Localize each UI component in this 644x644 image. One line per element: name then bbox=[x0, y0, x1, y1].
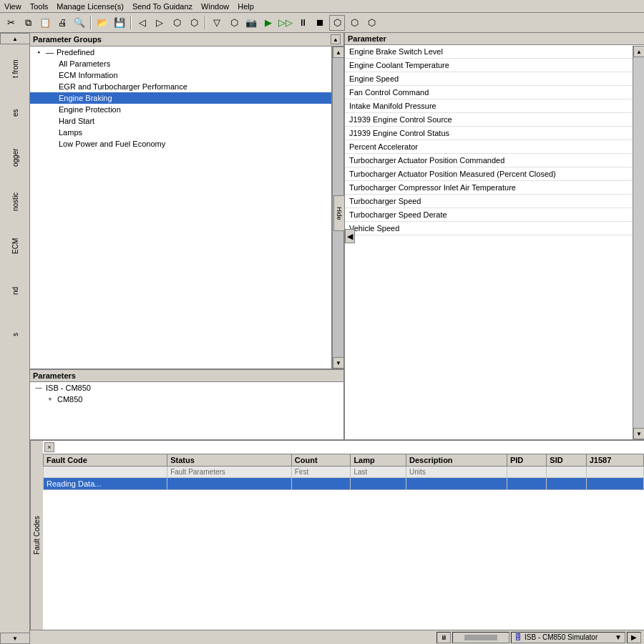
toolbar-btn7[interactable]: ⬡ bbox=[364, 15, 379, 31]
param-percent-accel[interactable]: Percent Accelerator bbox=[345, 140, 644, 154]
param-engine-speed[interactable]: Engine Speed bbox=[345, 72, 644, 86]
pg-scroll-up[interactable]: ▲ bbox=[331, 34, 341, 44]
content-area: Parameter Groups ▲ ▪ — Predefined bbox=[30, 33, 644, 644]
menu-help[interactable]: Help bbox=[233, 1, 258, 11]
tree-egr[interactable]: EGR and Turbocharger Performance bbox=[30, 81, 331, 92]
menu-tools[interactable]: Tools bbox=[26, 1, 53, 11]
toolbar-record[interactable]: ⬡ bbox=[329, 15, 345, 31]
param-turbo-actuator-pos-cmd[interactable]: Turbocharger Actuator Position Commanded bbox=[345, 154, 644, 167]
tree-low-power[interactable]: Low Power and Fuel Economy bbox=[30, 138, 331, 150]
menu-send-to-guidanz[interactable]: Send To Guidanz bbox=[128, 1, 197, 11]
fault-reading-row[interactable]: Reading Data... bbox=[44, 478, 644, 490]
menu-view[interactable]: View bbox=[0, 1, 26, 11]
main-layout: ▲ t from es ogger nostic ECM nd s ▼ Para… bbox=[0, 33, 644, 644]
toolbar-fastfwd[interactable]: ▷▷ bbox=[278, 15, 293, 31]
hide-button[interactable]: Hide bbox=[333, 195, 345, 231]
fault-cell-lamp bbox=[351, 478, 406, 490]
sidebar-ecm[interactable]: ECM bbox=[4, 225, 26, 268]
toolbar-btn4[interactable]: ⬡ bbox=[186, 15, 202, 31]
tree-cm850[interactable]: + CM850 bbox=[30, 394, 343, 405]
status-bar: 🖥 🗄 ISB - CM850 Simulator ▼ ▶ bbox=[30, 630, 644, 644]
param-intake-manifold[interactable]: Intake Manifold Pressure bbox=[345, 99, 644, 113]
toolbar-paste[interactable]: 📋 bbox=[37, 15, 53, 31]
menu-window[interactable]: Window bbox=[197, 1, 233, 11]
collapse-arrow[interactable]: ◀ bbox=[345, 229, 355, 243]
param-engine-brake[interactable]: Engine Brake Switch Level bbox=[345, 45, 644, 59]
toolbar-cut[interactable]: ✂ bbox=[3, 15, 19, 31]
fault-sub-1: Fault Parameters bbox=[167, 467, 292, 478]
toolbar-save[interactable]: 💾 bbox=[112, 15, 127, 31]
fault-cell-j1587 bbox=[586, 478, 643, 490]
toolbar-pause[interactable]: ⏸ bbox=[295, 15, 311, 31]
sidebar-es[interactable]: es bbox=[4, 92, 26, 135]
sidebar-labels: t from es ogger nostic ECM nd s bbox=[0, 44, 29, 633]
fault-scroll-area: Fault Code Status Count Lamp Description… bbox=[43, 454, 644, 630]
tree-isb-cm850-root[interactable]: — ISB - CM850 bbox=[30, 382, 343, 394]
toolbar-print[interactable]: 🖨 bbox=[54, 15, 70, 31]
param-groups-header: Parameter Groups bbox=[33, 35, 102, 44]
param-turbo-actuator-pos-meas[interactable]: Turbocharger Actuator Position Measured … bbox=[345, 167, 644, 181]
status-sim-dropdown[interactable]: ▼ bbox=[615, 633, 622, 641]
toolbar-btn6[interactable]: ⬡ bbox=[346, 15, 362, 31]
param-turbo-speed-derate[interactable]: Turbocharger Speed Derate bbox=[345, 208, 644, 222]
status-simulator[interactable]: 🗄 ISB - CM850 Simulator ▼ bbox=[511, 632, 625, 643]
sidebar-nostic[interactable]: nostic bbox=[4, 180, 26, 223]
status-arrow-btn[interactable]: ▶ bbox=[627, 632, 641, 643]
pg-scrollbar-up[interactable]: ▲ bbox=[333, 47, 343, 58]
toolbar-arrow-right[interactable]: ▷ bbox=[152, 15, 167, 31]
param-turbo-comp-inlet[interactable]: Turbocharger Compressor Inlet Air Temper… bbox=[345, 181, 644, 195]
tree-ecm-info[interactable]: ECM Information bbox=[30, 69, 331, 81]
sidebar-scroll-down[interactable]: ▼ bbox=[0, 633, 30, 644]
sidebar-scroll-up[interactable]: ▲ bbox=[0, 33, 30, 44]
menu-bar: View Tools Manage License(s) Send To Gui… bbox=[0, 0, 644, 13]
toolbar-open[interactable]: 📂 bbox=[94, 15, 110, 31]
toolbar-btn5[interactable]: ⬡ bbox=[226, 15, 242, 31]
fault-sub-4: Units bbox=[406, 467, 507, 478]
fault-sub-2: First bbox=[291, 467, 351, 478]
fault-cell-count bbox=[291, 478, 351, 490]
tree-hard-start[interactable]: Hard Start bbox=[30, 115, 331, 127]
tree-lamps[interactable]: Lamps bbox=[30, 127, 331, 138]
toolbar-filter[interactable]: ▽ bbox=[209, 15, 225, 31]
fault-col-lamp: Lamp bbox=[351, 454, 406, 467]
sidebar-nd[interactable]: nd bbox=[4, 269, 26, 312]
menu-manage-license[interactable]: Manage License(s) bbox=[52, 1, 128, 11]
right-scroll-up[interactable]: ▲ bbox=[633, 46, 644, 57]
fault-sub-3: Last bbox=[351, 467, 406, 478]
fault-cell-desc bbox=[406, 478, 507, 490]
separator1 bbox=[90, 16, 92, 29]
fault-codes-side-label[interactable]: Fault Codes bbox=[30, 441, 43, 630]
param-turbo-speed[interactable]: Turbocharger Speed bbox=[345, 195, 644, 208]
tree-engine-protection[interactable]: Engine Protection bbox=[30, 104, 331, 115]
fault-col-j1587: J1587 bbox=[586, 454, 643, 467]
right-scroll-down[interactable]: ▼ bbox=[633, 428, 644, 439]
toolbar-btn3[interactable]: ⬡ bbox=[169, 15, 185, 31]
fault-close-btn[interactable]: × bbox=[44, 442, 54, 452]
status-icon1: 🖥 bbox=[436, 632, 451, 643]
fault-sub-7 bbox=[586, 467, 643, 478]
toolbar-copy[interactable]: ⧉ bbox=[20, 15, 36, 31]
tree-all-params[interactable]: All Parameters bbox=[30, 58, 331, 69]
fault-sub-6 bbox=[547, 467, 586, 478]
sidebar-logger[interactable]: ogger bbox=[4, 136, 26, 179]
param-coolant-temp[interactable]: Engine Coolant Temperature bbox=[345, 59, 644, 72]
pg-scrollbar-down[interactable]: ▼ bbox=[333, 357, 343, 369]
tree-predefined[interactable]: ▪ — Predefined bbox=[30, 47, 331, 58]
sidebar-s[interactable]: s bbox=[4, 313, 26, 356]
toolbar-play[interactable]: ▶ bbox=[260, 15, 276, 31]
param-vehicle-speed[interactable]: Vehicle Speed bbox=[345, 222, 644, 235]
bottom-panel: Fault Codes × Fault Code Status bbox=[30, 441, 644, 630]
param-j1939-source[interactable]: J1939 Engine Control Source bbox=[345, 113, 644, 127]
right-scrollbar: ▲ ▼ bbox=[633, 46, 644, 439]
fault-col-status: Status bbox=[167, 454, 292, 467]
fault-col-sid: SID bbox=[547, 454, 586, 467]
sidebar-t-from[interactable]: t from bbox=[4, 47, 26, 90]
toolbar-zoom[interactable]: 🔍 bbox=[72, 15, 87, 31]
param-fan-control[interactable]: Fan Control Command bbox=[345, 86, 644, 99]
toolbar-stop[interactable]: ⏹ bbox=[312, 15, 328, 31]
tree-engine-braking[interactable]: Engine Braking bbox=[30, 92, 331, 104]
toolbar-arrow-left[interactable]: ◁ bbox=[135, 15, 150, 31]
toolbar-capture[interactable]: 📷 bbox=[243, 15, 259, 31]
param-j1939-status[interactable]: J1939 Engine Control Status bbox=[345, 127, 644, 140]
fault-col-count: Count bbox=[291, 454, 351, 467]
